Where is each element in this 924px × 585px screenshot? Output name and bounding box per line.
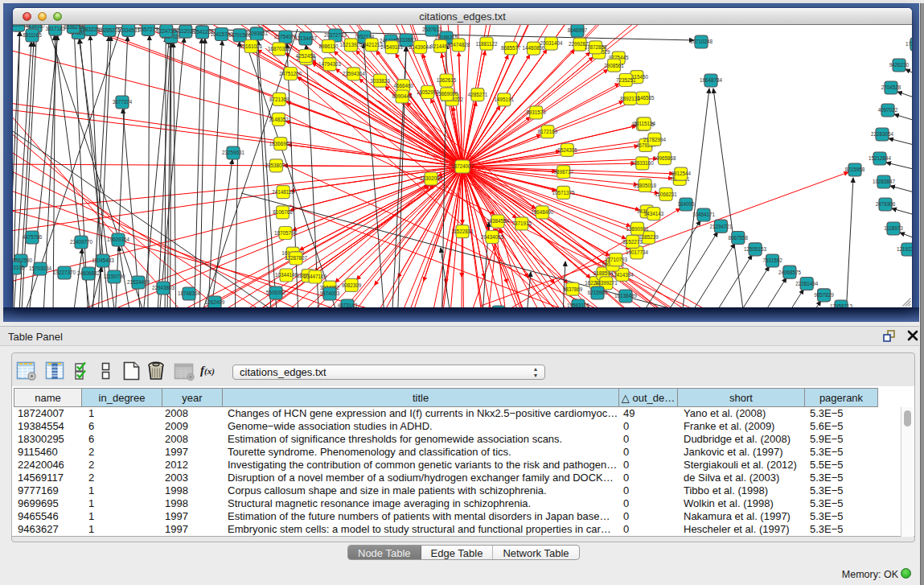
svg-text:11881122: 11881122	[475, 41, 498, 47]
svg-text:4873143: 4873143	[338, 303, 358, 307]
svg-text:20161026: 20161026	[240, 43, 263, 49]
svg-text:9426230: 9426230	[889, 62, 910, 68]
svg-text:18302095: 18302095	[420, 175, 443, 181]
svg-text:12414394: 12414394	[611, 272, 634, 278]
svg-text:3033823: 3033823	[370, 78, 390, 84]
svg-text:22283054: 22283054	[871, 131, 894, 137]
svg-text:10454171: 10454171	[692, 212, 716, 217]
svg-text:4097022: 4097022	[878, 107, 898, 113]
svg-text:8931579: 8931579	[526, 109, 546, 115]
svg-text:23538074: 23538074	[265, 163, 288, 168]
svg-text:21294721: 21294721	[709, 224, 733, 229]
svg-text:9082309: 9082309	[342, 282, 362, 288]
svg-text:8152271: 8152271	[622, 239, 643, 245]
svg-text:10710248: 10710248	[690, 39, 713, 44]
svg-text:24751200: 24751200	[279, 71, 302, 76]
svg-text:13399271: 13399271	[595, 280, 618, 286]
svg-text:19384554: 19384554	[487, 218, 510, 224]
svg-text:18748304: 18748304	[178, 290, 201, 296]
svg-text:17958713: 17958713	[830, 303, 853, 307]
svg-text:10283847: 10283847	[873, 179, 896, 184]
svg-text:24606882: 24606882	[77, 270, 101, 276]
svg-text:19609364: 19609364	[107, 237, 130, 242]
svg-text:18366963: 18366963	[269, 141, 293, 146]
svg-text:5506062: 5506062	[266, 290, 286, 295]
svg-text:16213925: 16213925	[339, 42, 363, 47]
svg-text:24068575: 24068575	[778, 270, 802, 275]
svg-text:11150790: 11150790	[103, 274, 125, 279]
svg-text:6215966: 6215966	[588, 290, 608, 295]
svg-text:14794303: 14794303	[318, 61, 342, 67]
svg-text:7371915: 7371915	[511, 220, 532, 226]
svg-text:2908561: 2908561	[604, 63, 624, 68]
svg-text:23447169: 23447169	[304, 274, 327, 279]
svg-text:4666460: 4666460	[393, 83, 413, 89]
svg-text:2704528: 2704528	[881, 84, 901, 90]
svg-text:17287807: 17287807	[285, 255, 308, 261]
svg-text:1262499: 1262499	[205, 299, 225, 305]
svg-text:23409770: 23409770	[70, 239, 93, 245]
svg-text:20434065: 20434065	[481, 234, 504, 240]
svg-text:8685577: 8685577	[501, 45, 521, 51]
svg-text:3148352: 3148352	[269, 117, 289, 122]
svg-text:23259631: 23259631	[222, 150, 245, 155]
svg-text:10334531: 10334531	[117, 27, 141, 33]
svg-text:19890931: 19890931	[626, 226, 650, 232]
svg-text:8106768: 8106768	[273, 209, 293, 215]
svg-text:2479306: 2479306	[876, 201, 896, 207]
svg-text:24549181: 24549181	[380, 44, 404, 50]
svg-text:16648784: 16648784	[700, 77, 723, 83]
svg-text:22281494: 22281494	[795, 281, 819, 286]
svg-text:8721369: 8721369	[269, 97, 290, 102]
svg-text:6293105: 6293105	[13, 265, 25, 270]
svg-text:15703034: 15703034	[29, 266, 52, 271]
svg-text:19227370: 19227370	[53, 270, 76, 275]
svg-text:19017734: 19017734	[626, 249, 649, 255]
svg-text:8892133: 8892133	[620, 96, 640, 101]
svg-text:23594364: 23594364	[343, 71, 366, 76]
svg-text:10571375: 10571375	[552, 190, 576, 196]
svg-text:17872858: 17872858	[585, 44, 608, 50]
svg-text:13134457: 13134457	[294, 35, 318, 41]
svg-text:20031404: 20031404	[540, 40, 563, 46]
svg-text:11522831: 11522831	[451, 229, 474, 234]
svg-text:19563105: 19563105	[567, 303, 590, 307]
svg-text:10344146: 10344146	[275, 272, 298, 278]
svg-text:9874003: 9874003	[320, 290, 340, 296]
svg-text:4439167: 4439167	[26, 25, 46, 29]
svg-text:3677374: 3677374	[113, 99, 133, 105]
svg-text:1118973: 1118973	[884, 225, 903, 231]
svg-text:4475786: 4475786	[23, 234, 43, 240]
svg-text:164095: 164095	[677, 201, 695, 207]
svg-text:3917183: 3917183	[45, 26, 65, 31]
svg-text:8172169: 8172169	[538, 129, 558, 134]
svg-text:4285271: 4285271	[468, 92, 488, 97]
svg-text:16870338: 16870338	[268, 46, 291, 51]
svg-text:8646997: 8646997	[568, 27, 588, 33]
svg-text:13805018: 13805018	[634, 183, 657, 188]
svg-text:20372723: 20372723	[324, 32, 347, 38]
svg-text:22093651: 22093651	[245, 31, 269, 36]
svg-text:21439044: 21439044	[409, 44, 433, 50]
svg-text:9898737: 9898737	[553, 169, 573, 175]
svg-text:6524305: 6524305	[557, 147, 577, 153]
svg-text:3333883: 3333883	[396, 37, 417, 43]
svg-text:9857829: 9857829	[814, 292, 834, 298]
svg-text:8986110: 8986110	[318, 43, 339, 49]
svg-text:8990448: 8990448	[392, 93, 413, 99]
svg-text:22943803: 22943803	[152, 285, 175, 290]
svg-text:18705794: 18705794	[274, 230, 298, 236]
svg-text:21524499: 21524499	[127, 279, 150, 285]
svg-text:4252458: 4252458	[296, 53, 316, 59]
svg-text:12505153: 12505153	[744, 246, 767, 252]
svg-text:11066231: 11066231	[655, 192, 677, 197]
svg-text:8215958: 8215958	[845, 167, 865, 172]
svg-text:15212844: 15212844	[869, 155, 892, 161]
svg-text:9837869: 9837869	[563, 286, 583, 292]
svg-text:12192300: 12192300	[897, 246, 912, 252]
svg-text:12710793: 12710793	[605, 257, 628, 262]
svg-text:7831592: 7831592	[762, 257, 782, 263]
svg-text:18724007: 18724007	[451, 163, 474, 169]
svg-text:24148116: 24148116	[272, 189, 294, 195]
svg-text:10138489: 10138489	[614, 293, 638, 299]
